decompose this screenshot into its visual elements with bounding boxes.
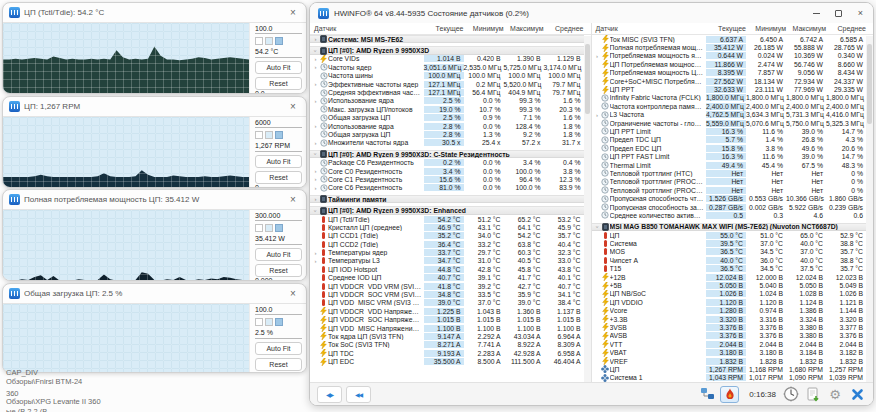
- color-swatch-selected[interactable]: [275, 37, 283, 45]
- heat-flame-button[interactable]: [720, 386, 739, 403]
- sensor-row[interactable]: ЦП VDD_MISC Напряжение (SVI3...1.100 В1.…: [310, 324, 584, 332]
- reset-button[interactable]: Reset: [255, 77, 302, 90]
- sensor-row[interactable]: Система 11,043 RPM1,017 RPM1,090 RPM1,03…: [592, 374, 867, 382]
- sensor-row[interactable]: Кристалл ЦП (среднее)46.9 °C43.1 °C64.1 …: [310, 223, 584, 231]
- expand-chevron-icon[interactable]: ›: [312, 36, 319, 42]
- expand-chevron-icon[interactable]: ›: [312, 81, 319, 87]
- reset-button[interactable]: Reset: [255, 358, 302, 371]
- sensor-row[interactable]: Тепловой троттлинг (PROCHOT ...НетНетНет…: [592, 186, 867, 194]
- rewind-sensor-button[interactable]: ◀◀: [346, 386, 371, 403]
- sensor-row[interactable]: Общая загрузка ЦП2.5 %0.9 %7.1 %1.6 %: [310, 114, 584, 122]
- column-minimum[interactable]: Минимум: [746, 25, 786, 32]
- sensor-row[interactable]: ЦП VDDIO1.120 В1.120 В1.124 В1.121 В: [592, 298, 867, 306]
- color-swatch[interactable]: [265, 318, 273, 326]
- sensor-row[interactable]: ЦП VDDCR_VDD Напряжение (SV...1.225 В1.0…: [310, 307, 584, 315]
- expand-chevron-icon[interactable]: ›: [312, 98, 319, 104]
- clock-timer-icon[interactable]: [782, 386, 800, 403]
- sensor-row[interactable]: ЦП NB/SoC1.026 В1.024 В1.028 В1.026 В: [592, 290, 867, 298]
- expand-chevron-icon[interactable]: ›: [312, 140, 319, 146]
- scrollbar-left-panel[interactable]: [584, 36, 591, 382]
- reset-button[interactable]: Reset: [255, 171, 302, 184]
- expand-chevron-icon[interactable]: ›: [312, 258, 319, 264]
- sensor-row[interactable]: Среднее количество активных ядер0.50.34.…: [592, 211, 867, 219]
- expand-chevron-icon[interactable]: ›: [312, 176, 319, 182]
- sensor-row[interactable]: ›Использование ядра2.8 %0.0 %128.4 %1.8 …: [310, 122, 584, 130]
- reset-button[interactable]: Reset: [255, 264, 302, 277]
- sensor-row[interactable]: Предел TDC ЦП5.7 %1.4 %26.8 %4.3 %: [592, 136, 867, 144]
- sensor-row[interactable]: Ток ядра ЦП (SVI3 TFN)9.147 A2.292 A43.0…: [310, 332, 584, 340]
- color-swatch[interactable]: [255, 131, 263, 139]
- sensor-row[interactable]: Infinity Fabric Частота (FCLK)1,800.0 МГ…: [592, 94, 867, 102]
- color-swatch[interactable]: [265, 224, 273, 232]
- sensor-row[interactable]: ›Core C0 Резидентность3.4 %0.0 %100.0 %3…: [310, 167, 584, 175]
- column-current[interactable]: Текущее: [706, 25, 746, 32]
- expand-chevron-icon[interactable]: ›: [594, 112, 601, 118]
- column-sensor[interactable]: Датчик: [314, 25, 424, 32]
- column-maximum[interactable]: Максимум: [504, 25, 544, 32]
- color-swatch[interactable]: [255, 224, 263, 232]
- sensor-row[interactable]: ЦП Потребляемая мощность ядра...11.866 W…: [592, 60, 867, 68]
- color-swatch-selected[interactable]: [275, 224, 283, 232]
- prev-next-sensor-button[interactable]: ◀▶: [317, 386, 342, 403]
- sensor-row[interactable]: ›L3 Частота4,762.5 МГц3,634.3 МГц5,731.3…: [592, 111, 867, 119]
- scrollbar-right-panel[interactable]: [866, 36, 873, 382]
- sensor-row[interactable]: VBAT3.180 В3.180 В3.184 В3.182 В: [592, 348, 867, 356]
- sensor-row[interactable]: +3.3В3.320 В3.316 В3.324 В3.320 В: [592, 315, 867, 323]
- sensor-row[interactable]: Полная потребляемая мощность ...35.412 W…: [592, 43, 867, 51]
- sensor-row[interactable]: 3VSB3.376 В3.376 В3.380 В3.377 В: [592, 323, 867, 331]
- sensor-row[interactable]: ›Частоты ядер3,051.6 МГц2,535.0 МГц5,725…: [310, 63, 584, 71]
- collapse-chevron-icon[interactable]: ›: [594, 223, 600, 230]
- expand-chevron-icon[interactable]: ›: [312, 168, 319, 174]
- sensor-row[interactable]: Система39.5 °C37.0 °C40.0 °C38.8 °C: [592, 239, 867, 247]
- sensor-row[interactable]: ЦП PPT32.633 W23.111 W77.969 W29.335 W: [592, 85, 867, 93]
- column-average[interactable]: Среднее: [826, 25, 866, 32]
- sensor-row[interactable]: ЦП VDD_MISC VRM (SVI3 TFN)39.0 °C37.0 °C…: [310, 299, 584, 307]
- sensor-row[interactable]: VREF1.832 В1.828 В1.832 В1.832 В: [592, 357, 867, 365]
- sensor-row[interactable]: ЦП1,267 RPM1,168 RPM1,680 RPM1,257 RPM: [592, 365, 867, 373]
- sensor-row[interactable]: ›Температуры ядер33.7 °C29.7 °C60.3 °C32…: [310, 248, 584, 256]
- color-swatch-selected[interactable]: [275, 131, 283, 139]
- expand-chevron-icon[interactable]: ›: [312, 185, 319, 191]
- sensor-row[interactable]: Ограничение частоты - глобально5,559.0 М…: [592, 119, 867, 127]
- sensor-row[interactable]: T1536.5 °C34.5 °C37.5 °C35.7 °C: [592, 265, 867, 273]
- close-icon[interactable]: ×: [286, 193, 300, 207]
- sensor-row[interactable]: ЦП CCD1 (Tdie)35.2 °C34.0 °C54.2 °C35.7 …: [310, 232, 584, 240]
- sensor-row[interactable]: Тепловой троттлинг (HTC)НетНетНет0 %: [592, 169, 867, 177]
- sensor-row[interactable]: Предел EDC ЦП15.8 %3.8 %49.6 %20.6 %: [592, 144, 867, 152]
- sensor-row[interactable]: Пропускная способность записи ...0.287 G…: [592, 203, 867, 211]
- color-swatch-selected[interactable]: [275, 318, 283, 326]
- auto-fit-button[interactable]: Auto Fit: [255, 155, 302, 168]
- sensor-row[interactable]: Package C6 Резидентность0.2 %0.0 %3.4 %0…: [310, 158, 584, 166]
- sensor-row[interactable]: +5В5.050 В5.040 В5.050 В5.049 В: [592, 281, 867, 289]
- settings-gear-icon[interactable]: ⚙: [826, 386, 844, 403]
- sensor-row[interactable]: Vcore1.280 В0.974 В1.386 В1.144 В: [592, 307, 867, 315]
- column-current[interactable]: Текущее: [424, 25, 464, 32]
- sensor-row[interactable]: ›Множители частоты ядра30.5 x25.4 x57.2 …: [310, 139, 584, 147]
- sensor-row[interactable]: MOS36.5 °C34.5 °C37.0 °C35.7 °C: [592, 248, 867, 256]
- minimize-button[interactable]: [808, 6, 825, 21]
- sensor-row[interactable]: ЦП EDC35.500 A8.500 A111.500 A46.404 A: [310, 357, 584, 365]
- column-average[interactable]: Среднее: [544, 25, 584, 32]
- exit-sensors-icon[interactable]: [848, 386, 866, 403]
- collapse-chevron-icon[interactable]: ›: [313, 47, 319, 54]
- maximize-button[interactable]: [830, 6, 847, 21]
- color-swatch[interactable]: [265, 131, 273, 139]
- collapse-chevron-icon[interactable]: ›: [313, 207, 319, 214]
- expand-chevron-icon[interactable]: ›: [594, 53, 601, 59]
- color-swatch[interactable]: [265, 37, 273, 45]
- scrollbar-thumb[interactable]: [585, 44, 590, 114]
- sensor-row[interactable]: Тепловой троттлинг (PROCHOT ...НетНетНет…: [592, 178, 867, 186]
- auto-fit-button[interactable]: Auto Fit: [255, 342, 302, 355]
- sensor-row[interactable]: Чипсет A40.0 °C36.0 °C40.0 °C38.8 °C: [592, 256, 867, 264]
- expand-chevron-icon[interactable]: ›: [312, 250, 319, 256]
- collapse-chevron-icon[interactable]: ›: [313, 151, 319, 158]
- sensor-row[interactable]: Частота шины100.0 МГц100.0 МГц100.0 МГц1…: [310, 72, 584, 80]
- sensor-row[interactable]: ЦП55.0 °C51.0 °C65.0 °C52.9 °C: [592, 231, 867, 239]
- sensor-row[interactable]: VTT2.044 В2.044 В2.044 В2.044 В: [592, 340, 867, 348]
- close-button[interactable]: ×: [852, 6, 869, 21]
- sensor-row[interactable]: Ток SoC (SVI3 TFN)8.271 A7.741 A8.922 A8…: [310, 341, 584, 349]
- scrollbar-thumb[interactable]: [867, 44, 872, 124]
- expand-chevron-icon[interactable]: ›: [312, 123, 319, 129]
- sensor-row[interactable]: AVSB3.376 В3.376 В3.380 В3.376 В: [592, 332, 867, 340]
- sensor-row[interactable]: ЦП TDC9.193 A2.283 A42.928 A6.958 A: [310, 349, 584, 357]
